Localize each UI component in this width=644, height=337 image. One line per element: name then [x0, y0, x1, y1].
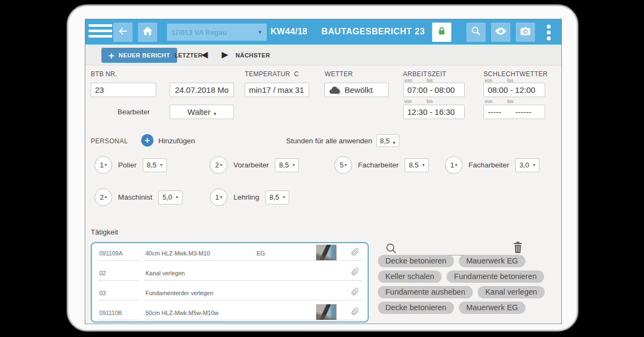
- activity-photo-thumbnail[interactable]: [316, 304, 336, 320]
- home-button[interactable]: [138, 23, 157, 42]
- temperature-input[interactable]: min17 / max 31: [245, 83, 309, 97]
- personal-hours-value: 8,5: [147, 161, 157, 169]
- suggestion-chip[interactable]: Keller schalen: [378, 270, 442, 283]
- paperclip-icon[interactable]: [350, 306, 359, 319]
- personal-role-label: Facharbeiter: [358, 161, 399, 169]
- search-icon: [470, 25, 482, 39]
- chevron-down-icon: ▾: [422, 163, 425, 167]
- chevron-down-icon: ▾: [214, 111, 216, 119]
- app-screen: 17/013 VA Regau ▼ KW44/18 BAUTAGESBERICH…: [85, 19, 562, 324]
- personal-hours-select[interactable]: 8,5▾: [143, 158, 167, 172]
- camera-icon: [519, 25, 532, 40]
- previous-report-button[interactable]: ◀: [201, 49, 208, 60]
- chevron-down-icon: ▾: [345, 163, 347, 167]
- activity-code: 091109A: [99, 250, 122, 257]
- activity-description: Kanal verlegen: [145, 270, 185, 276]
- suggestion-chip[interactable]: Fundamente ausheben: [378, 286, 473, 298]
- add-personal-button[interactable]: +: [141, 134, 153, 146]
- new-report-label: NEUER BERICHT: [119, 52, 170, 58]
- worktime-input-2[interactable]: 12:30 - 16:30: [403, 105, 465, 119]
- new-report-button[interactable]: + NEUER BERICHT: [101, 48, 177, 63]
- suggestion-chip[interactable]: Mauerwerk EG: [459, 302, 526, 314]
- badweather-input-2[interactable]: ----- ------: [484, 105, 545, 119]
- personal-role-label: Lehrling: [233, 193, 259, 201]
- back-button[interactable]: [113, 23, 133, 42]
- personal-hours-select[interactable]: 3,0▾: [515, 158, 539, 172]
- lock-button[interactable]: [432, 23, 451, 42]
- activity-row[interactable]: 03Fundamenterder verlegen: [92, 283, 368, 303]
- suggestion-chip[interactable]: Kanal verlegen: [478, 286, 545, 298]
- date-input[interactable]: 24.07.2018 Mo: [170, 83, 234, 97]
- personal-section: PERSONAL + Hinzufügen Stunden für alle a…: [85, 128, 561, 221]
- search-button[interactable]: [466, 23, 486, 42]
- weather-input[interactable]: Bewölkt: [324, 83, 389, 97]
- activity-row[interactable]: 091110B50cm HLZ-Mwk.M5w-M10w: [92, 303, 368, 323]
- btb-nr-value: 23: [95, 85, 104, 94]
- personal-hours-select[interactable]: 5,0▾: [158, 191, 182, 204]
- camera-button[interactable]: [516, 23, 535, 42]
- personal-hours-value: 5,0: [163, 193, 172, 201]
- overflow-menu-icon[interactable]: [547, 25, 551, 42]
- suggestion-chip[interactable]: Decke betonieren: [378, 302, 454, 314]
- suggestion-chip[interactable]: Decke betonieren: [378, 255, 454, 267]
- personal-row: 1▾Facharbeiter3,0▾: [445, 156, 539, 174]
- suggestion-chip[interactable]: Mauerwerk EG: [459, 255, 526, 267]
- personal-count-select[interactable]: 5▾: [334, 156, 352, 174]
- back-arrow-icon: [117, 25, 129, 39]
- editor-value: Walter: [187, 107, 210, 116]
- app-bar: 17/013 VA Regau ▼ KW44/18 BAUTAGESBERICH…: [85, 19, 561, 45]
- trash-icon[interactable]: [511, 240, 524, 257]
- worktime-input-1[interactable]: 07:00 - 08:00: [403, 83, 465, 97]
- previous-report-label: LETZTER: [174, 52, 202, 58]
- personal-count-select[interactable]: 2▾: [210, 156, 228, 174]
- paperclip-icon[interactable]: [350, 267, 359, 279]
- personal-hours-select[interactable]: 8,5▾: [275, 158, 299, 172]
- code-underline: [98, 280, 139, 281]
- badweather-label: SCHLECHTWETTER: [484, 70, 548, 78]
- report-form: BTB NR. TEMPERATUR C WETTER ARBEITSZEIT …: [85, 65, 561, 128]
- personal-count-select[interactable]: 1▾: [445, 156, 463, 174]
- chip-row: Fundamente aushebenKanal verlegen: [378, 286, 562, 298]
- editor-select[interactable]: Walter ▾: [170, 105, 234, 119]
- chevron-down-icon: ▾: [283, 195, 285, 200]
- menu-icon[interactable]: [89, 24, 112, 40]
- von-label: von: [404, 99, 412, 104]
- btb-nr-input[interactable]: 23: [91, 83, 156, 97]
- view-button[interactable]: [491, 23, 510, 42]
- worktime-value-1: 07:00 - 08:00: [407, 85, 455, 94]
- personal-role-label: Facharbeiter: [469, 161, 509, 169]
- apply-hours-value: 8,5: [380, 137, 390, 145]
- project-select[interactable]: 17/013 VA Regau ▼: [167, 24, 267, 41]
- date-value: 24.07.2018 Mo: [175, 85, 229, 94]
- personal-count-select[interactable]: 1▾: [94, 156, 112, 174]
- next-report-button[interactable]: ▶: [222, 49, 228, 60]
- personal-count-select[interactable]: 2▾: [94, 188, 112, 206]
- chip-row: Decke betonierenMauerwerk EG: [378, 302, 562, 314]
- personal-count-select[interactable]: 1▾: [210, 188, 228, 206]
- activity-row[interactable]: 091109A40cm HLZ-Mwk.M3-M10EG: [92, 243, 368, 263]
- temperature-value: min17 / max 31: [249, 85, 304, 94]
- personal-hours-select[interactable]: 8,5▾: [265, 191, 289, 204]
- calendar-week-label: KW44/18: [270, 27, 308, 36]
- code-underline: [98, 300, 139, 301]
- activity-description: Fundamenterder verlegen: [145, 290, 214, 296]
- personal-count-value: 5: [340, 161, 343, 169]
- personal-hours-select[interactable]: 8,5▾: [405, 158, 429, 172]
- chevron-down-icon: ▾: [455, 163, 457, 167]
- suggestion-chip[interactable]: Fundamente betonieren: [447, 270, 544, 283]
- paperclip-icon[interactable]: [350, 247, 359, 259]
- personal-row: 2▾Vorarbeiter8,5▾: [210, 156, 299, 174]
- paperclip-icon[interactable]: [350, 287, 359, 299]
- chevron-down-icon: ▾: [176, 195, 178, 200]
- plus-icon: +: [108, 50, 114, 61]
- activity-photo-thumbnail[interactable]: [316, 245, 336, 260]
- badweather-von-value-2: -----: [488, 107, 501, 116]
- suggestion-search-input[interactable]: [406, 243, 465, 255]
- badweather-input-1[interactable]: 08:00 - 12:00: [484, 83, 545, 97]
- chip-row: Decke betonierenMauerwerk EG: [378, 255, 562, 267]
- apply-hours-select[interactable]: 8,5 ▾: [376, 134, 399, 147]
- description-underline: [144, 260, 362, 261]
- activity-row[interactable]: 02Kanal verlegen: [92, 263, 368, 283]
- activity-location: EG: [257, 250, 265, 257]
- badweather-value-1: 08:00 - 12:00: [488, 85, 535, 94]
